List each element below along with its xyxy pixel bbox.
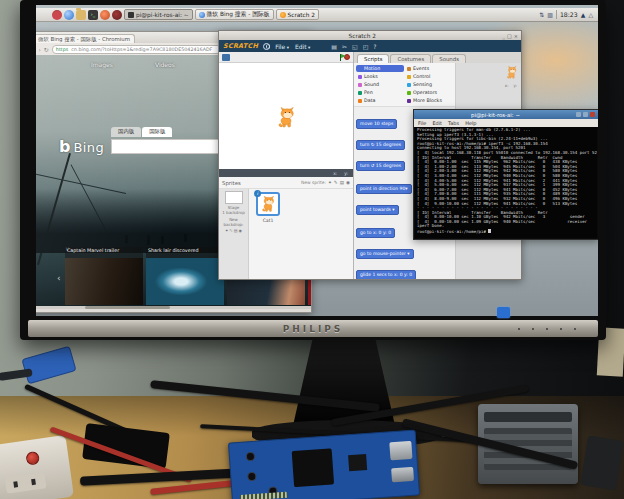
terminal-menu-item[interactable]: Edit bbox=[432, 120, 442, 126]
window-control-icon[interactable]: × bbox=[514, 33, 518, 39]
terminal-menu-item[interactable]: File bbox=[418, 120, 426, 126]
scratch-toolbar-icon[interactable]: ◱ bbox=[352, 43, 358, 50]
taskbar-window-button[interactable]: pi@pi-kit-ros-ai: ~ bbox=[124, 9, 193, 20]
block-category[interactable]: Sound bbox=[356, 81, 404, 88]
tray-icon[interactable]: ⇅ bbox=[539, 10, 544, 20]
browser-tab[interactable]: 微软 Bing 搜索 - 国际版 - Chromium bbox=[36, 34, 135, 43]
bing-logo: b Bing bbox=[59, 137, 104, 156]
palette-block[interactable]: point in direction 90▾ bbox=[356, 175, 412, 194]
app-launcher-icon[interactable] bbox=[112, 10, 122, 20]
new-sprite-icon[interactable]: ◉ bbox=[346, 180, 350, 185]
mouse-x-label: x: bbox=[333, 171, 337, 176]
terminal-menu-item[interactable]: Tabs bbox=[448, 120, 459, 126]
new-backdrop-icon[interactable]: ▤ bbox=[234, 228, 238, 233]
block-category[interactable]: Data bbox=[356, 97, 404, 104]
monitor-brand-logo: PHILIPS bbox=[283, 324, 344, 334]
minimize-icon[interactable] bbox=[576, 112, 581, 117]
block-category[interactable]: Control bbox=[405, 73, 453, 80]
new-sprite-icon[interactable]: ▤ bbox=[340, 180, 344, 185]
close-icon[interactable] bbox=[590, 112, 595, 117]
taskbar-button-label: Scratch 2 bbox=[288, 12, 315, 18]
monitor-touch-controls[interactable] bbox=[518, 328, 576, 330]
scratch-menu-item[interactable]: File bbox=[275, 43, 289, 50]
scratch-titlebar[interactable]: Scratch 2 _□× bbox=[219, 31, 521, 40]
news-card[interactable]: Captain Marvel trailer bbox=[65, 247, 143, 305]
window-control-icon[interactable]: _ bbox=[503, 33, 506, 39]
tray-icon[interactable]: △ bbox=[588, 10, 593, 20]
new-backdrop-label: New backdrop: bbox=[219, 217, 248, 227]
palette-block[interactable]: turn ↻ 15 degrees bbox=[356, 131, 405, 150]
scratch-menu-item[interactable]: Edit bbox=[295, 43, 310, 50]
bing-nav-link[interactable]: Videos bbox=[155, 61, 175, 68]
taskbar-window-button[interactable]: Scratch 2 bbox=[276, 9, 319, 20]
taskbar-clock[interactable]: 18:23 bbox=[560, 11, 578, 18]
stage[interactable] bbox=[219, 62, 353, 169]
editor-tab[interactable]: Costumes bbox=[390, 54, 431, 63]
philips-monitor: ›_ pi@pi-kit-ros-ai: ~ 微软 Bing 搜索 - 国际版 bbox=[20, 0, 606, 340]
scratch-toolbar-icon[interactable]: ? bbox=[373, 43, 376, 50]
forward-icon[interactable]: › bbox=[38, 46, 40, 53]
fullscreen-icon[interactable] bbox=[222, 54, 230, 61]
tray-icon[interactable]: ▥ bbox=[547, 10, 553, 20]
block-category[interactable]: Operators bbox=[405, 89, 453, 96]
block-category[interactable]: Motion bbox=[356, 65, 404, 72]
scratch-toolbar-icon[interactable]: ◰ bbox=[363, 43, 369, 50]
dev-board-chip bbox=[348, 454, 367, 471]
palette-block-label: point in direction 90▾ bbox=[356, 184, 412, 194]
taskbar-window-button[interactable]: 微软 Bing 搜索 - 国际版 bbox=[195, 9, 274, 20]
palette-block[interactable]: point towards ▾ bbox=[356, 196, 399, 215]
cat-sprite-thumb bbox=[261, 196, 275, 212]
palette-block[interactable]: go to mouse-pointer ▾ bbox=[356, 240, 414, 259]
bing-logo-text: Bing bbox=[73, 140, 104, 155]
wolfram-icon[interactable] bbox=[100, 10, 110, 20]
window-control-icon[interactable]: □ bbox=[507, 33, 512, 39]
new-backdrop-icon[interactable]: ✦ bbox=[225, 228, 228, 233]
news-card[interactable]: Shark lair discovered bbox=[146, 247, 224, 305]
maximize-icon[interactable] bbox=[583, 112, 588, 117]
scratch-toolbar-icon[interactable]: ✂ bbox=[342, 43, 347, 50]
tray-icon[interactable]: ▲ bbox=[581, 10, 586, 20]
palette-block[interactable]: turn ↺ 15 degrees bbox=[356, 152, 405, 171]
terminal-titlebar[interactable]: pi@pi-kit-ros-ai: ~ bbox=[414, 110, 598, 119]
block-category[interactable]: Sensing bbox=[405, 81, 453, 88]
new-backdrop-icon[interactable]: ✎ bbox=[229, 228, 232, 233]
cat-sprite[interactable] bbox=[277, 107, 295, 128]
stage-coordinate-bar: x: y: bbox=[219, 169, 353, 177]
palette-block[interactable]: move 10 steps bbox=[356, 110, 397, 129]
web-browser-icon[interactable] bbox=[64, 10, 74, 20]
terminal-menu-item[interactable]: Help bbox=[465, 120, 476, 126]
language-globe-icon[interactable] bbox=[263, 43, 270, 50]
editor-tab[interactable]: Scripts bbox=[357, 54, 389, 63]
palette-block[interactable]: glide 1 secs to x: 0 y: 0 bbox=[356, 261, 416, 279]
bing-region-tab[interactable]: 国际版 bbox=[142, 127, 172, 137]
stage-thumbnail[interactable] bbox=[225, 191, 243, 204]
palette-block[interactable]: go to x: 0 y: 0 bbox=[356, 219, 395, 238]
green-flag-icon[interactable] bbox=[340, 54, 341, 61]
editor-tab[interactable]: Sounds bbox=[432, 54, 466, 63]
terminal-output[interactable]: Processing triggers for man-db (2.7.6.1-… bbox=[415, 127, 597, 238]
block-category[interactable]: Pen bbox=[356, 89, 404, 96]
bing-region-tab[interactable]: 国内版 bbox=[111, 127, 141, 137]
new-sprite-icon[interactable]: ✎ bbox=[334, 180, 338, 185]
backdrop-count: 1 backdrop bbox=[219, 210, 248, 215]
block-category[interactable]: More Blocks bbox=[405, 97, 453, 104]
new-sprite-icon[interactable]: ✦ bbox=[328, 180, 332, 185]
stage-header bbox=[219, 52, 353, 62]
sprite-info-icon[interactable]: i bbox=[254, 190, 261, 197]
scratch-toolbar-icon[interactable]: ▤ bbox=[331, 43, 337, 50]
sprite-thumbnail-selected[interactable]: i bbox=[256, 192, 280, 216]
file-manager-icon[interactable] bbox=[76, 10, 86, 20]
block-category[interactable]: Events bbox=[405, 65, 453, 72]
horizontal-scrollbar[interactable] bbox=[36, 306, 311, 309]
block-category[interactable]: Looks bbox=[356, 73, 404, 80]
news-thumbnail[interactable] bbox=[65, 258, 143, 305]
reload-icon[interactable]: ↻ bbox=[44, 46, 49, 53]
palette-block-label: glide 1 secs to x: 0 y: 0 bbox=[356, 270, 416, 279]
carousel-prev-icon[interactable]: ‹ bbox=[57, 273, 61, 283]
terminal-launcher-icon[interactable]: ›_ bbox=[88, 10, 98, 20]
app-menu-icon[interactable] bbox=[52, 10, 62, 20]
bing-nav-link[interactable]: Images bbox=[91, 61, 113, 68]
news-thumbnail[interactable] bbox=[146, 258, 224, 305]
new-backdrop-icon[interactable]: ◉ bbox=[239, 228, 243, 233]
stage-selector[interactable]: Stage 1 backdrop New backdrop: ✦✎▤◉ bbox=[219, 189, 249, 279]
